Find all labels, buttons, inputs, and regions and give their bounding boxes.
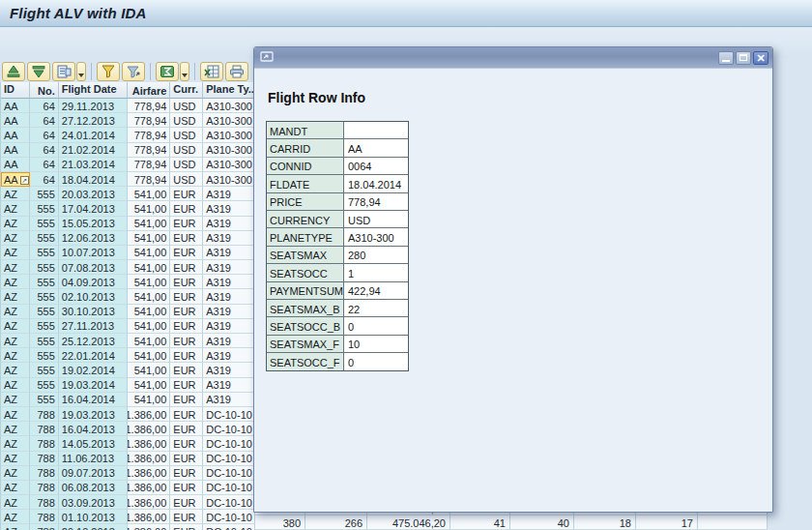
cell-value[interactable]: 41 [450,515,510,530]
cell-airfare[interactable]: 541,00 [128,393,170,407]
cell-airfare[interactable]: 541,00 [128,289,170,304]
cell-airfare[interactable]: 541,00 [128,201,170,216]
cell-no[interactable]: 555 [30,260,59,275]
cell-flight-date[interactable]: 30.10.2013 [59,305,129,319]
cell-airfare[interactable]: 1.386,00 [128,422,170,436]
cell-curr[interactable]: EUR [170,363,203,377]
cell-no[interactable]: 555 [30,246,59,260]
cell-value[interactable]: 266 [305,515,367,530]
column-header-airfare[interactable]: Airfare [128,82,170,99]
cell-plane-ty[interactable]: DC-10-10 [203,422,255,436]
cell-flight-date[interactable]: 21.03.2014 [59,158,129,172]
cell-flight-date[interactable]: 12.06.2013 [59,231,129,246]
cell-curr[interactable]: EUR [170,378,203,393]
cell-airfare[interactable]: 778,94 [128,128,170,142]
cell-id[interactable]: AZ [1,201,30,216]
cell-plane-ty[interactable]: A310-300 [203,99,255,113]
total-button[interactable] [156,62,179,81]
cell-plane-ty[interactable]: DC-10-10 [203,495,255,510]
cell-id[interactable]: AZ [1,452,30,466]
minimize-button[interactable] [718,51,734,65]
cell-value[interactable]: 18 [574,515,636,530]
cell-airfare[interactable]: 541,00 [128,260,170,275]
close-button[interactable]: ✕ [753,51,768,65]
cell-plane-ty[interactable]: DC-10-10 [203,510,255,524]
cell-flight-date[interactable]: 07.08.2013 [59,260,129,275]
column-header-no[interactable]: No. [30,82,59,99]
cell-id[interactable]: AA [1,158,30,172]
cell-id[interactable]: AZ [1,187,30,201]
cell-plane-ty[interactable]: A319 [203,275,255,289]
cell-plane-ty[interactable]: A310-300 [203,158,255,172]
cell-curr[interactable]: EUR [170,260,203,275]
cell-curr[interactable]: EUR [170,466,203,481]
column-header-curr[interactable]: Curr. [170,82,203,99]
cell-id[interactable]: AZ [1,466,30,481]
selected-cell[interactable]: AA↗ [1,172,30,187]
cell-airfare[interactable]: 778,94 [128,158,170,172]
cell-no[interactable]: 555 [30,348,59,363]
cell-curr[interactable]: EUR [170,201,203,216]
cell-id[interactable]: AZ [1,422,30,436]
cell-no[interactable]: 788 [30,481,59,495]
cell-airfare[interactable]: 1.386,00 [128,436,170,451]
column-header-flight-date[interactable]: Flight Date [59,82,129,99]
cell-curr[interactable]: USD [170,99,203,113]
cell-flight-date[interactable]: 11.06.2013 [59,452,129,466]
cell-curr[interactable]: USD [170,158,203,172]
cell-id[interactable]: AZ [1,510,30,524]
cell-flight-date[interactable]: 10.07.2013 [59,246,129,260]
cell-curr[interactable]: EUR [170,348,203,363]
cell-id[interactable]: AZ [1,217,30,231]
cell-flight-date[interactable]: 15.05.2013 [59,217,129,231]
cell-plane-ty[interactable]: A319 [203,217,255,231]
cell-airfare[interactable]: 778,94 [128,113,170,128]
cell-curr[interactable]: EUR [170,246,203,260]
cell-flight-date[interactable]: 06.08.2013 [59,481,129,495]
cell-flight-date[interactable]: 24.01.2014 [59,128,129,142]
cell-airfare[interactable]: 778,94 [128,99,170,113]
cell-plane-ty[interactable]: A319 [203,201,255,216]
cell-curr[interactable]: EUR [170,452,203,466]
cell-value[interactable] [698,515,768,530]
cell-id[interactable]: AZ [1,363,30,377]
cell-plane-ty[interactable]: A319 [203,393,255,407]
cell-id[interactable]: AZ [1,495,30,510]
cell-no[interactable]: 788 [30,510,59,524]
cell-id[interactable]: AZ [1,436,30,451]
cell-airfare[interactable]: 541,00 [128,378,170,393]
sort-descending-button[interactable] [27,62,50,81]
cell-value[interactable]: 475.046,20 [367,515,450,530]
total-dropdown-button[interactable] [180,62,189,81]
cell-no[interactable]: 555 [30,319,59,334]
cell-no[interactable]: 788 [30,436,59,451]
cell-curr[interactable]: EUR [170,422,203,436]
cell-no[interactable]: 555 [30,187,59,201]
cell-value[interactable]: 380 [255,515,305,530]
cell-plane-ty[interactable]: A319 [203,187,255,201]
cell-flight-date[interactable]: 17.04.2013 [59,201,129,216]
cell-airfare[interactable]: 541,00 [128,334,170,348]
cell-flight-date[interactable]: 19.03.2013 [59,407,129,422]
cell-no[interactable]: 555 [30,217,59,231]
cell-curr[interactable]: EUR [170,510,203,524]
dialog-titlebar[interactable]: ✕ [254,47,772,68]
cell-airfare[interactable]: 541,00 [128,275,170,289]
cell-no[interactable]: 788 [30,524,59,530]
cell-curr[interactable]: EUR [170,319,203,334]
maximize-button[interactable] [736,51,751,65]
cell-no[interactable]: 555 [30,231,59,246]
cell-id[interactable]: AZ [1,231,30,246]
print-button[interactable] [225,62,248,81]
cell-curr[interactable]: EUR [170,231,203,246]
cell-id[interactable]: AZ [1,393,30,407]
cell-airfare[interactable]: 1.386,00 [128,524,170,530]
cell-plane-ty[interactable]: A310-300 [203,128,255,142]
cell-id[interactable]: AZ [1,305,30,319]
cell-flight-date[interactable]: 20.03.2013 [59,187,129,201]
cell-no[interactable]: 555 [30,275,59,289]
cell-plane-ty[interactable]: DC-10-10 [203,452,255,466]
cell-flight-date[interactable]: 16.04.2014 [59,393,129,407]
sort-ascending-button[interactable] [2,62,25,81]
cell-flight-date[interactable]: 27.12.2013 [59,113,129,128]
